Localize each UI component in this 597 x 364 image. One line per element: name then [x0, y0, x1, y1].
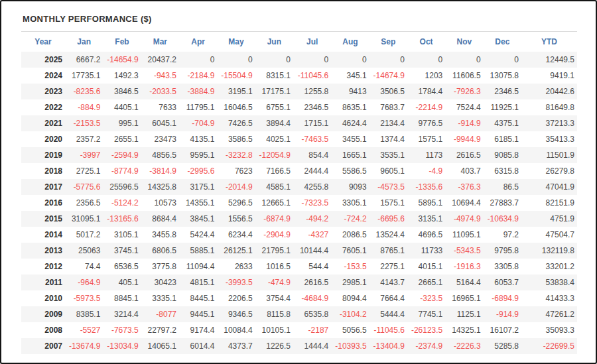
column-header-apr: Apr — [179, 32, 217, 52]
value-cell: -15504.9 — [217, 68, 255, 84]
value-cell: 7166.5 — [255, 163, 293, 179]
value-cell: -13674.9 — [65, 338, 103, 354]
column-header-oct: Oct — [407, 32, 445, 52]
monthly-performance-table: YearJanFebMarAprMayJunJulAugSepOctNovDec… — [21, 32, 577, 354]
value-cell: 2134.4 — [369, 115, 407, 131]
value-cell: -7323.5 — [293, 195, 331, 211]
value-cell: 17175.1 — [255, 84, 293, 99]
value-cell: 3175.1 — [179, 179, 217, 195]
value-cell: -3232.8 — [217, 147, 255, 163]
value-cell: -1335.6 — [407, 179, 445, 195]
table-row: 2011-964.9405.1304234815.1-3993.5-474.92… — [21, 274, 577, 290]
column-header-jun: Jun — [255, 32, 293, 52]
value-cell: 8094.4 — [331, 290, 369, 306]
value-cell: -4327 — [293, 227, 331, 243]
value-cell: -11045.6 — [293, 68, 331, 84]
value-cell: -9944.9 — [445, 131, 483, 147]
value-cell: 6053.7 — [484, 274, 521, 290]
value-cell: 3105.1 — [103, 227, 141, 243]
value-cell: 2086.5 — [331, 227, 369, 243]
value-cell: 10084.4 — [217, 322, 255, 338]
value-cell: 8765.1 — [369, 243, 407, 259]
column-header-jul: Jul — [293, 32, 331, 52]
value-cell: 2633 — [217, 259, 255, 274]
value-cell: 2275.1 — [369, 259, 407, 274]
value-cell: 14355.1 — [179, 195, 217, 211]
value-cell: -14674.9 — [369, 68, 407, 84]
year-cell: 2025 — [21, 52, 65, 68]
value-cell: 9093 — [331, 179, 369, 195]
value-cell: 14065.1 — [141, 338, 179, 354]
value-cell: 5017.2 — [65, 227, 103, 243]
value-cell: 0 — [484, 52, 521, 68]
value-cell: 23473 — [141, 131, 179, 147]
value-cell: 5444.4 — [369, 306, 407, 322]
value-cell: 9445.1 — [179, 306, 217, 322]
value-cell: 14325.1 — [445, 322, 483, 338]
value-cell: 0 — [255, 52, 293, 68]
value-cell: 995.1 — [103, 115, 141, 131]
value-cell: 13075.8 — [484, 68, 521, 84]
value-cell: 544.4 — [293, 259, 331, 274]
value-cell: 1016.5 — [255, 259, 293, 274]
value-cell: 11795.1 — [179, 99, 217, 115]
value-cell: 9605.1 — [369, 163, 407, 179]
value-cell: 20437.2 — [141, 52, 179, 68]
table-row: 201274.46536.53775.811094.426331016.5544… — [21, 259, 577, 274]
value-cell: 3455.1 — [331, 131, 369, 147]
value-cell: 5424.4 — [179, 227, 217, 243]
value-cell: 7683.7 — [369, 99, 407, 115]
value-cell: -6894.9 — [484, 290, 521, 306]
value-cell: 3775.8 — [141, 259, 179, 274]
value-cell: 5056.5 — [331, 322, 369, 338]
year-cell: 2016 — [21, 195, 65, 211]
value-cell: 4375.1 — [484, 115, 521, 131]
value-cell: 0 — [445, 52, 483, 68]
value-cell: 132119.8 — [521, 243, 577, 259]
value-cell: 1444.4 — [293, 338, 331, 354]
value-cell: 8315.1 — [255, 68, 293, 84]
value-cell: 3506.5 — [369, 84, 407, 99]
value-cell: 9174.4 — [179, 322, 217, 338]
value-cell: 0 — [217, 52, 255, 68]
year-cell: 2017 — [21, 179, 65, 195]
value-cell: 0 — [179, 52, 217, 68]
value-cell: 1125.1 — [445, 306, 483, 322]
value-cell: 4135.1 — [179, 131, 217, 147]
performance-table-body: 20256667.2-14654.920437.200000000012449.… — [21, 52, 577, 354]
value-cell: -4684.9 — [293, 290, 331, 306]
value-cell: 16965.1 — [445, 290, 483, 306]
value-cell: -5343.5 — [445, 243, 483, 259]
value-cell: 33201.2 — [521, 259, 577, 274]
value-cell: 11501.9 — [521, 147, 577, 163]
value-cell: 74.4 — [65, 259, 103, 274]
value-cell: 4025.1 — [255, 131, 293, 147]
value-cell: 3894.4 — [255, 115, 293, 131]
value-cell: 3135.1 — [407, 211, 445, 227]
value-cell: 0 — [407, 52, 445, 68]
value-cell: 854.4 — [293, 147, 331, 163]
value-cell: 22797.2 — [141, 322, 179, 338]
value-cell: 7426.5 — [217, 115, 255, 131]
value-cell: 9346.5 — [217, 306, 255, 322]
value-cell: 4585.1 — [255, 179, 293, 195]
value-cell: 0 — [369, 52, 407, 68]
value-cell: 9795.8 — [484, 243, 521, 259]
value-cell: 6315.8 — [484, 163, 521, 179]
value-cell: 3535.1 — [369, 147, 407, 163]
value-cell: 11733 — [407, 243, 445, 259]
value-cell: 5164.4 — [445, 274, 483, 290]
value-cell: -2594.9 — [103, 147, 141, 163]
value-cell: 31095.1 — [65, 211, 103, 227]
value-cell: 5885.1 — [179, 243, 217, 259]
value-cell: -884.9 — [65, 99, 103, 115]
value-cell: 4624.4 — [331, 115, 369, 131]
value-cell: 403.7 — [445, 163, 483, 179]
year-cell: 2015 — [21, 211, 65, 227]
value-cell: -22699.5 — [521, 338, 577, 354]
value-cell: 6014.4 — [179, 338, 217, 354]
value-cell: 25063 — [65, 243, 103, 259]
value-cell: 6806.5 — [141, 243, 179, 259]
value-cell: -11045.6 — [369, 322, 407, 338]
value-cell: 5895.1 — [407, 195, 445, 211]
